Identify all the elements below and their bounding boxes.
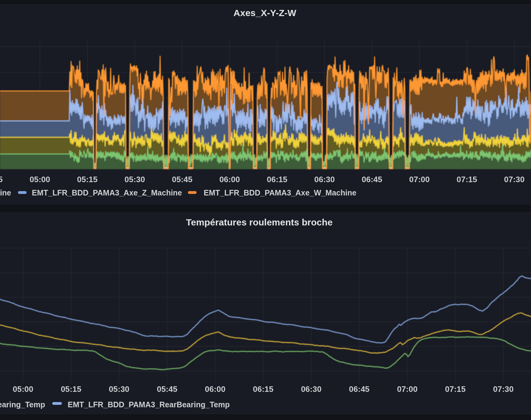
svg-text:06:30: 06:30 xyxy=(301,384,322,394)
svg-text:06:30: 06:30 xyxy=(314,175,335,184)
svg-text:05:00: 05:00 xyxy=(30,175,50,184)
svg-text:05:00: 05:00 xyxy=(13,384,33,394)
svg-text:05:45: 05:45 xyxy=(172,175,193,184)
svg-text:EMT_LFR_BDD_PAMA3_Axe_Z_Machin: EMT_LFR_BDD_PAMA3_Axe_Z_Machine xyxy=(32,188,182,197)
svg-text:05:45: 05:45 xyxy=(157,384,177,394)
svg-text:07:00: 07:00 xyxy=(397,384,418,394)
svg-text:07:15: 07:15 xyxy=(457,175,477,184)
svg-text:EMT_LFR_BDD_PAMA3_Axe_W_Machin: EMT_LFR_BDD_PAMA3_Axe_W_Machine xyxy=(204,188,356,197)
svg-text:Axes_X-Y-Z-W: Axes_X-Y-Z-W xyxy=(233,8,296,18)
svg-text:07:15: 07:15 xyxy=(445,384,466,394)
svg-text:07:30: 07:30 xyxy=(504,175,525,184)
svg-text:05:15: 05:15 xyxy=(61,384,82,394)
svg-text:Températures roulements broche: Températures roulements broche xyxy=(186,217,333,227)
svg-text:06:15: 06:15 xyxy=(253,384,274,394)
svg-text:04:45: 04:45 xyxy=(0,175,3,184)
svg-text:05:30: 05:30 xyxy=(109,384,130,394)
svg-text:06:45: 06:45 xyxy=(349,384,370,394)
svg-text:06:00: 06:00 xyxy=(205,384,226,394)
svg-text:06:00: 06:00 xyxy=(219,175,240,184)
svg-text:06:45: 06:45 xyxy=(362,175,382,184)
svg-text:earing_Temp: earing_Temp xyxy=(0,400,45,409)
svg-text:EMT_LFR_BDD_PAMA3_RearBearing_: EMT_LFR_BDD_PAMA3_RearBearing_Temp xyxy=(68,400,230,409)
svg-text:07:30: 07:30 xyxy=(493,384,514,394)
svg-text:05:15: 05:15 xyxy=(77,175,98,184)
svg-text:07:00: 07:00 xyxy=(409,175,430,184)
svg-text:ine: ine xyxy=(0,188,11,197)
svg-text:05:30: 05:30 xyxy=(125,175,145,184)
svg-text:06:15: 06:15 xyxy=(267,175,287,184)
